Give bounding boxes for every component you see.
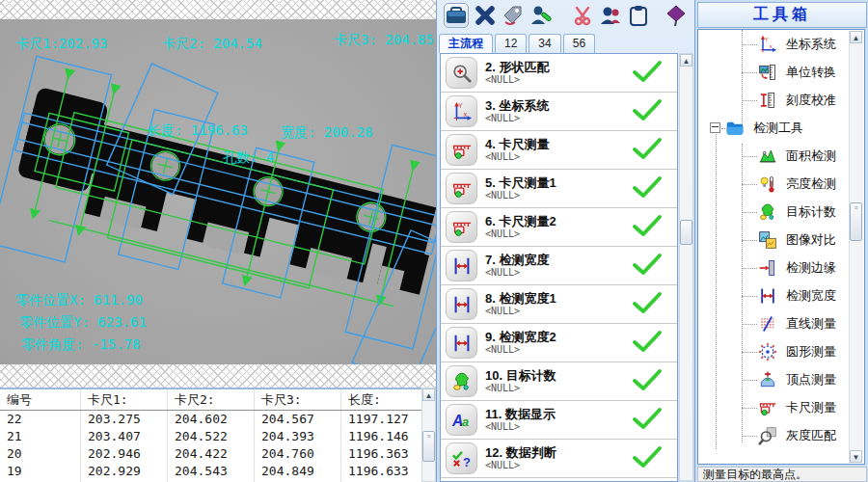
step-subtitle: <NULL> xyxy=(485,383,631,394)
caliper-icon xyxy=(451,178,473,200)
flow-list-scrollbar[interactable]: ▲ xyxy=(679,53,693,481)
step-status-pass xyxy=(631,175,664,202)
toolbar-briefcase-icon[interactable] xyxy=(444,3,469,28)
camera-image-view[interactable]: 卡尺1:202.93 卡尺2: 204.54 卡尺3: 204.85 长度: 1… xyxy=(0,19,436,364)
tab-12[interactable]: 12 xyxy=(495,34,527,53)
toolbox-status-text: 测量目标的最高点。 xyxy=(697,467,867,482)
scroll-up-arrow[interactable]: ▲ xyxy=(680,54,692,67)
toolbar-scissors-icon[interactable] xyxy=(571,4,594,27)
step-subtitle: <NULL> xyxy=(485,460,631,471)
step-subtitle: <NULL> xyxy=(485,421,631,433)
flow-tabbar: 主流程123456 xyxy=(439,31,597,53)
results-row[interactable]: 20202.946204.422204.7601196.363 xyxy=(0,445,436,463)
flow-step[interactable]: 4. 卡尺测量 <NULL> xyxy=(441,131,677,170)
tree-rows: Yx 坐标系统 单位转换 刻度校准 检测工具 面积检测 亮度检测 目标计数 图像… xyxy=(698,30,864,449)
tab-34[interactable]: 34 xyxy=(529,34,560,53)
toolbox-tool-item[interactable]: 卡尺测量 xyxy=(698,393,864,421)
results-table-header: 编号卡尺1:卡尺2:卡尺3:长度: xyxy=(0,389,436,411)
flow-step[interactable]: ? 12. 数据判断 <NULL> xyxy=(441,440,677,478)
tab-56[interactable]: 56 xyxy=(563,34,595,53)
step-title: 7. 检测宽度 xyxy=(485,253,631,267)
toolbar-flag-icon[interactable] xyxy=(665,4,688,27)
toolbox-tool-group[interactable]: 检测工具 xyxy=(698,114,864,142)
step-subtitle: <NULL> xyxy=(485,228,631,240)
flow-step[interactable]: 5. 卡尺测量1 <NULL> xyxy=(441,170,677,208)
flow-step[interactable]: 10. 目标计数 <NULL> xyxy=(441,362,677,401)
scroll-up-arrow[interactable]: ▲ xyxy=(422,388,435,401)
toolbox-tool-item[interactable]: 刻度校准 xyxy=(698,86,864,114)
toolbox-tool-item[interactable]: 灰度匹配 xyxy=(698,421,864,449)
toolbox-scrollbar[interactable]: ▲ ≡ ▼ xyxy=(849,31,863,463)
scrollbar-thumb[interactable]: ≡ xyxy=(850,202,862,241)
tree-collapse-box[interactable] xyxy=(710,122,720,133)
step-text: 4. 卡尺测量 <NULL> xyxy=(485,137,631,163)
results-cell: 202.946 xyxy=(81,445,168,463)
step-subtitle: <NULL> xyxy=(485,190,631,201)
toolbox-tool-item[interactable]: Yx 坐标系统 xyxy=(698,30,864,58)
toolbar-close-x-icon[interactable] xyxy=(474,4,497,27)
step-text: 5. 卡尺测量1 <NULL> xyxy=(485,175,631,201)
toolbox-tool-item[interactable]: 图像对比 xyxy=(698,226,864,254)
step-status-pass xyxy=(631,291,664,318)
toolbox-tool-item[interactable]: 检测宽度 xyxy=(698,281,864,309)
tool-label: 顶点测量 xyxy=(786,371,836,388)
flow-step[interactable]: 9. 检测宽度2 <NULL> xyxy=(441,324,677,362)
tool-label: 检测工具 xyxy=(753,120,803,137)
scrollbar-thumb[interactable] xyxy=(680,220,692,245)
clipboard-icon xyxy=(627,4,650,27)
step-subtitle: <NULL> xyxy=(485,151,631,163)
toolbox-tool-item[interactable]: 目标计数 xyxy=(698,198,864,226)
image-compare-icon xyxy=(758,230,777,250)
step-status-pass xyxy=(631,445,664,472)
tab-main-flow[interactable]: 主流程 xyxy=(439,34,493,53)
results-table-scrollbar[interactable]: ▲ ≡ xyxy=(421,388,436,482)
toolbox-tool-item[interactable]: 直线测量 xyxy=(698,309,864,337)
scale-calibrate-icon xyxy=(758,91,777,110)
toolbox-tool-item[interactable]: 圆形测量 xyxy=(698,337,864,365)
toolbar-tag-icon[interactable] xyxy=(502,4,525,27)
step-title: 11. 数据显示 xyxy=(485,407,631,421)
scroll-down-arrow[interactable]: ▼ xyxy=(850,450,862,463)
step-icon-box xyxy=(446,57,477,89)
briefcase-icon xyxy=(445,4,468,27)
step-title: 9. 检测宽度2 xyxy=(485,330,631,344)
toolbox-tool-item[interactable]: 面积检测 xyxy=(698,142,864,170)
step-title: 5. 卡尺测量1 xyxy=(485,175,631,190)
flow-step[interactable]: 2. 形状匹配 <NULL> xyxy=(441,54,677,93)
toolbar-clipboard-icon[interactable] xyxy=(627,4,650,27)
flow-step[interactable]: Aa 11. 数据显示 <NULL> xyxy=(441,401,677,440)
results-cell: 1197.127 xyxy=(341,411,420,428)
step-title: 10. 目标计数 xyxy=(485,368,631,383)
toolbox-tool-item[interactable]: 亮度检测 xyxy=(698,170,864,198)
flow-step[interactable]: 8. 检测宽度1 <NULL> xyxy=(441,285,677,324)
toolbox-tool-item[interactable]: 顶点测量 xyxy=(698,365,864,393)
brightness-detect-icon xyxy=(758,174,777,194)
step-status-pass xyxy=(631,253,664,280)
flow-step[interactable]: 6. 卡尺测量2 <NULL> xyxy=(441,208,677,247)
tool-label: 检测边缘 xyxy=(786,259,836,277)
tool-label: 图像对比 xyxy=(786,231,836,249)
flow-step[interactable]: Yx 3. 坐标系统 <NULL> xyxy=(441,93,677,131)
results-cell: 204.849 xyxy=(255,463,341,480)
step-text: 3. 坐标系统 <NULL> xyxy=(485,98,631,124)
results-row[interactable]: 22203.275204.602204.5671197.127 xyxy=(0,411,436,428)
step-icon-box xyxy=(446,250,477,281)
toolbar-users-icon[interactable] xyxy=(599,4,622,27)
caliper1-readout: 卡尺1:202.93 xyxy=(15,36,107,51)
toolbar-edit-user-icon[interactable] xyxy=(529,4,553,27)
step-title: 8. 检测宽度1 xyxy=(485,291,631,306)
scrollbar-thumb[interactable]: ≡ xyxy=(422,431,435,462)
step-text: 10. 目标计数 <NULL> xyxy=(485,368,631,394)
results-column-header: 长度: xyxy=(341,389,420,410)
step-text: 6. 卡尺测量2 <NULL> xyxy=(485,214,631,240)
step-subtitle: <NULL> xyxy=(485,267,631,279)
results-row[interactable]: 19202.929204.543204.8491196.633 xyxy=(0,463,436,480)
results-row[interactable]: 21203.407204.522204.3931196.146 xyxy=(0,428,436,445)
flow-step[interactable]: 7. 检测宽度 <NULL> xyxy=(441,247,677,285)
toolbox-tool-item[interactable]: 检测边缘 xyxy=(698,254,864,281)
users-icon xyxy=(599,4,622,27)
step-title: 6. 卡尺测量2 xyxy=(485,214,631,228)
scroll-up-arrow[interactable]: ▲ xyxy=(850,31,862,43)
target-count-icon xyxy=(758,202,777,222)
toolbox-tool-item[interactable]: 单位转换 xyxy=(698,58,864,86)
